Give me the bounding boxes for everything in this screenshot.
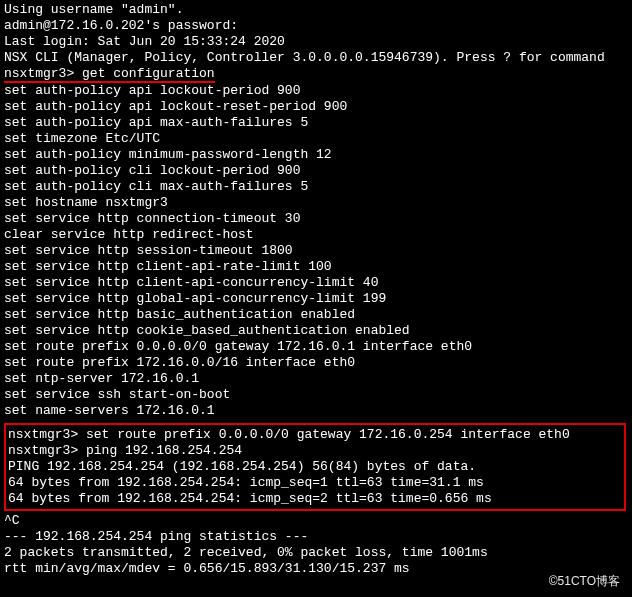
config-line: set auth-policy api lockout-reset-period…: [4, 99, 628, 115]
config-line: set service http session-timeout 1800: [4, 243, 628, 259]
nsx-cli-banner: NSX CLI (Manager, Policy, Controller 3.0…: [4, 50, 628, 66]
config-line: set auth-policy cli lockout-period 900: [4, 163, 628, 179]
prompt-text: nsxtmgr3>: [4, 66, 74, 81]
config-line: set service http cookie_based_authentica…: [4, 323, 628, 339]
command-text: get configuration: [82, 66, 215, 81]
ping-reply: 64 bytes from 192.168.254.254: icmp_seq=…: [8, 491, 622, 507]
config-line: set route prefix 0.0.0.0/0 gateway 172.1…: [4, 339, 628, 355]
config-line: set auth-policy minimum-password-length …: [4, 147, 628, 163]
login-line-password: admin@172.16.0.202's password:: [4, 18, 628, 34]
config-line: set route prefix 172.16.0.0/16 interface…: [4, 355, 628, 371]
ping-stats-header: --- 192.168.254.254 ping statistics ---: [4, 529, 628, 545]
config-line: set service http client-api-rate-limit 1…: [4, 259, 628, 275]
watermark-label: ©51CTO博客: [543, 571, 626, 591]
config-line: set service ssh start-on-boot: [4, 387, 628, 403]
ping-header: PING 192.168.254.254 (192.168.254.254) 5…: [8, 459, 622, 475]
ping-stats-rtt: rtt min/avg/max/mdev = 0.656/15.893/31.1…: [4, 561, 628, 577]
set-route-command: nsxtmgr3> set route prefix 0.0.0.0/0 gat…: [8, 427, 622, 443]
ping-stats-packets: 2 packets transmitted, 2 received, 0% pa…: [4, 545, 628, 561]
config-line: set auth-policy api lockout-period 900: [4, 83, 628, 99]
config-line: set hostname nsxtmgr3: [4, 195, 628, 211]
config-line: set auth-policy api max-auth-failures 5: [4, 115, 628, 131]
login-line-username: Using username "admin".: [4, 2, 628, 18]
highlighted-commands-box: nsxtmgr3> set route prefix 0.0.0.0/0 gat…: [4, 423, 626, 511]
config-line: set ntp-server 172.16.0.1: [4, 371, 628, 387]
config-line: set service http connection-timeout 30: [4, 211, 628, 227]
prompt-get-configuration[interactable]: nsxtmgr3> get configuration: [4, 66, 628, 83]
config-line: set service http global-api-concurrency-…: [4, 291, 628, 307]
ping-command: nsxtmgr3> ping 192.168.254.254: [8, 443, 622, 459]
ctrl-c-line: ^C: [4, 513, 628, 529]
config-line: clear service http redirect-host: [4, 227, 628, 243]
ping-reply: 64 bytes from 192.168.254.254: icmp_seq=…: [8, 475, 622, 491]
config-line: set auth-policy cli max-auth-failures 5: [4, 179, 628, 195]
config-line: set service http client-api-concurrency-…: [4, 275, 628, 291]
config-line: set name-servers 172.16.0.1: [4, 403, 628, 419]
config-line: set timezone Etc/UTC: [4, 131, 628, 147]
config-line: set service http basic_authentication en…: [4, 307, 628, 323]
last-login-line: Last login: Sat Jun 20 15:33:24 2020: [4, 34, 628, 50]
